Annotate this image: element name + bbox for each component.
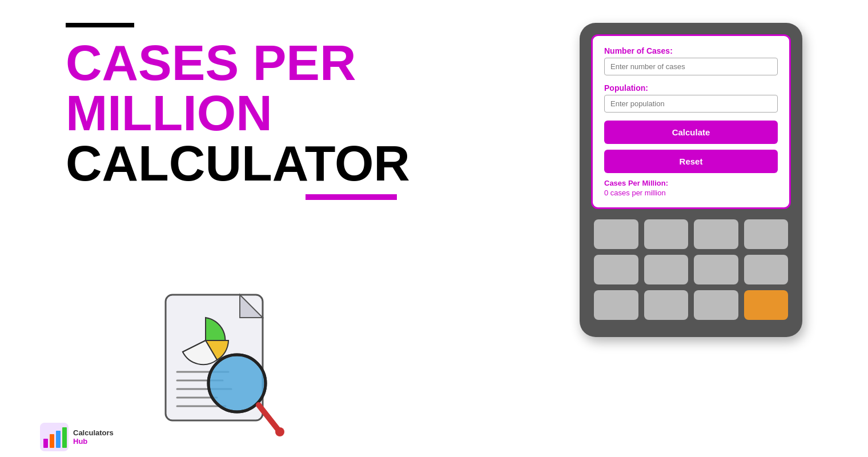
right-section: Number of Cases: Population: Calculate R… <box>580 23 802 337</box>
svg-point-10 <box>275 427 284 436</box>
cases-input[interactable] <box>604 58 778 75</box>
svg-rect-13 <box>50 434 54 448</box>
key-4[interactable] <box>744 219 789 249</box>
key-2[interactable] <box>644 219 689 249</box>
key-6[interactable] <box>644 255 689 284</box>
title-line2: MILLION <box>66 88 410 138</box>
key-11[interactable] <box>694 290 738 320</box>
svg-rect-12 <box>43 439 48 448</box>
population-input[interactable] <box>604 95 778 113</box>
svg-rect-15 <box>62 427 67 448</box>
key-3[interactable] <box>694 219 738 249</box>
key-1[interactable] <box>594 219 638 249</box>
key-7[interactable] <box>694 255 738 284</box>
left-section: CASES PER MILLION CALCULATOR <box>66 23 410 200</box>
key-9[interactable] <box>594 290 638 320</box>
main-title: CASES PER MILLION CALCULATOR <box>66 38 410 189</box>
logo-icon <box>40 423 69 451</box>
page-container: CASES PER MILLION CALCULATOR <box>34 0 834 457</box>
svg-rect-14 <box>56 431 61 448</box>
result-value: 0 cases per million <box>604 189 778 197</box>
purple-underline <box>306 194 397 200</box>
key-5[interactable] <box>594 255 638 284</box>
calculator-screen: Number of Cases: Population: Calculate R… <box>591 34 791 209</box>
data-illustration <box>148 289 297 451</box>
title-line1: CASES PER <box>66 38 410 88</box>
result-label: Cases Per Million: <box>604 179 778 187</box>
calculator-keypad <box>591 219 791 320</box>
illustration-svg <box>148 289 297 449</box>
logo-line1: Calculators <box>73 428 114 437</box>
key-enter[interactable] <box>744 290 789 320</box>
logo-text: Calculators Hub <box>73 428 114 446</box>
calculate-button[interactable]: Calculate <box>604 121 778 144</box>
logo-area: Calculators Hub <box>40 423 114 451</box>
reset-button[interactable]: Reset <box>604 150 778 173</box>
logo-line2: Hub <box>73 437 114 446</box>
key-10[interactable] <box>644 290 689 320</box>
top-bar-decoration <box>66 23 134 27</box>
svg-line-9 <box>259 405 280 432</box>
title-line3: CALCULATOR <box>66 138 410 189</box>
calculator-body: Number of Cases: Population: Calculate R… <box>580 23 802 337</box>
cases-label: Number of Cases: <box>604 46 778 55</box>
population-label: Population: <box>604 83 778 93</box>
key-8[interactable] <box>744 255 789 284</box>
